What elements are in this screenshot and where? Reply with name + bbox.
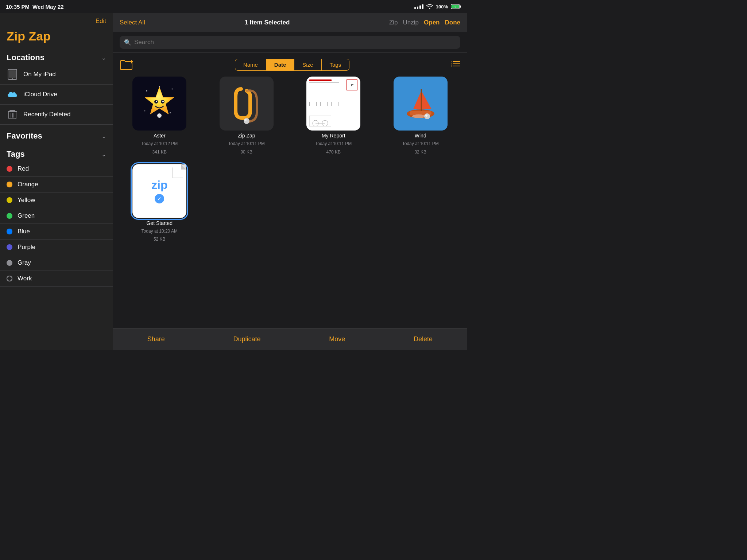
file-thumb-wind	[394, 77, 448, 131]
done-button[interactable]: Done	[445, 19, 461, 26]
sidebar-item-green[interactable]: Green	[0, 208, 113, 224]
search-input-wrapper[interactable]: 🔍	[120, 36, 460, 49]
locations-label: Locations	[7, 53, 44, 62]
file-size-zipzap: 90 KB	[240, 149, 252, 155]
bottom-toolbar: Share Duplicate Move Delete	[113, 328, 467, 350]
tags-label: Tags	[7, 149, 25, 159]
sidebar-item-recently-deleted[interactable]: Recently Deleted	[0, 105, 113, 125]
gray-tag-dot	[7, 260, 12, 266]
file-item-get-started[interactable]: zip ✓ Get Started Today at 10:20 AM 52 K…	[120, 164, 200, 243]
work-label: Work	[18, 275, 32, 282]
svg-point-6	[12, 78, 13, 79]
file-date-get-started: Today at 10:20 AM	[142, 228, 178, 234]
sidebar-item-orange[interactable]: Orange	[0, 177, 113, 192]
file-item-wind[interactable]: Wind Today at 10:11 PM 32 KB	[381, 77, 461, 155]
duplicate-button[interactable]: Duplicate	[233, 335, 261, 343]
file-toolbar: Name Date Size Tags	[120, 59, 460, 71]
purple-label: Purple	[18, 244, 35, 251]
file-name-get-started: Get Started	[146, 220, 173, 226]
file-item-report[interactable]: 🏴	[294, 77, 374, 155]
favorites-label: Favorites	[7, 131, 42, 141]
status-time: 10:35 PM	[6, 4, 30, 10]
svg-point-24	[172, 89, 173, 90]
sidebar-item-red[interactable]: Red	[0, 161, 113, 177]
main-area: Select All 1 Item Selected Zip Unzip Ope…	[113, 13, 467, 350]
search-icon: 🔍	[124, 39, 131, 46]
icloud-drive-label: iCloud Drive	[23, 91, 57, 98]
svg-point-26	[144, 110, 146, 112]
green-tag-dot	[7, 213, 12, 219]
red-label: Red	[18, 165, 29, 172]
file-size-wind: 32 KB	[414, 149, 426, 155]
new-folder-button[interactable]	[120, 59, 133, 70]
purple-tag-dot	[7, 244, 12, 250]
zip-check-icon: ✓	[155, 194, 164, 203]
main-toolbar: Select All 1 Item Selected Zip Unzip Ope…	[113, 13, 467, 32]
locations-chevron-icon: ⌄	[101, 54, 106, 61]
orange-label: Orange	[18, 181, 38, 188]
svg-rect-1	[460, 5, 461, 8]
file-thumb-zipzap	[220, 77, 274, 131]
sort-tab-tags[interactable]: Tags	[322, 59, 349, 70]
unzip-button[interactable]: Unzip	[403, 19, 419, 26]
svg-rect-2	[452, 5, 459, 8]
select-all-button[interactable]: Select All	[120, 19, 145, 26]
zip-text: zip	[151, 178, 167, 192]
trash-icon	[7, 109, 18, 120]
status-date: Wed May 22	[32, 4, 64, 10]
open-button[interactable]: Open	[424, 19, 440, 26]
sort-tab-name[interactable]: Name	[235, 59, 266, 70]
toolbar-right: Zip Unzip Open Done	[389, 19, 460, 26]
search-input[interactable]	[134, 39, 456, 46]
file-name-wind: Wind	[415, 133, 426, 139]
sidebar-item-yellow[interactable]: Yellow	[0, 192, 113, 208]
move-button[interactable]: Move	[329, 335, 345, 343]
status-right: 100%	[414, 4, 461, 9]
sidebar-item-gray[interactable]: Gray	[0, 255, 113, 271]
file-item-zipzap[interactable]: Zip Zap Today at 10:11 PM 90 KB	[207, 77, 287, 155]
gray-label: Gray	[18, 259, 31, 267]
blue-label: Blue	[18, 228, 30, 235]
sort-tabs: Name Date Size Tags	[235, 59, 349, 71]
aster-star-icon	[139, 83, 179, 124]
zip-button[interactable]: Zip	[389, 19, 398, 26]
icloud-icon	[7, 89, 18, 100]
favorites-section-header[interactable]: Favorites ⌄	[0, 128, 113, 143]
battery-percent: 100%	[436, 4, 448, 9]
sort-tab-date[interactable]: Date	[266, 59, 295, 70]
view-toggle-button[interactable]	[452, 60, 460, 69]
locations-section-header[interactable]: Locations ⌄	[0, 49, 113, 65]
file-item-aster[interactable]: Aster Today at 10:12 PM 341 KB	[120, 77, 200, 155]
work-tag-dot	[7, 276, 12, 281]
share-button[interactable]: Share	[147, 335, 165, 343]
svg-rect-5	[9, 70, 16, 78]
edit-button[interactable]: Edit	[96, 18, 106, 25]
report-header: 🏴	[309, 79, 357, 90]
delete-button[interactable]: Delete	[414, 335, 433, 343]
content-area: Name Date Size Tags	[113, 53, 467, 328]
sidebar-item-icloud-drive[interactable]: iCloud Drive	[0, 85, 113, 105]
sidebar-item-on-my-ipad[interactable]: On My iPad	[0, 65, 113, 85]
sort-tab-size[interactable]: Size	[294, 59, 321, 70]
app-container: Edit Zip Zap Locations ⌄ On My iPad	[0, 13, 467, 350]
file-date-wind: Today at 10:11 PM	[402, 141, 439, 147]
file-thumb-report: 🏴	[306, 77, 360, 131]
svg-point-31	[156, 101, 157, 102]
sidebar-item-work[interactable]: Work	[0, 271, 113, 287]
svg-point-22	[452, 65, 452, 67]
svg-marker-28	[145, 87, 174, 114]
file-size-aster: 341 KB	[152, 149, 167, 155]
red-tag-dot	[7, 166, 12, 172]
sidebar: Edit Zip Zap Locations ⌄ On My iPad	[0, 13, 113, 350]
app-title: Zip Zap	[0, 28, 113, 49]
sidebar-item-blue[interactable]: Blue	[0, 224, 113, 240]
file-name-aster: Aster	[154, 133, 166, 139]
svg-point-33	[157, 113, 162, 118]
tags-section-header[interactable]: Tags ⌄	[0, 146, 113, 161]
recently-deleted-label: Recently Deleted	[23, 111, 70, 118]
yellow-tag-dot	[7, 197, 12, 203]
sidebar-item-purple[interactable]: Purple	[0, 240, 113, 255]
sidebar-header: Edit	[0, 13, 113, 28]
search-bar: 🔍	[113, 32, 467, 53]
orange-tag-dot	[7, 182, 12, 187]
